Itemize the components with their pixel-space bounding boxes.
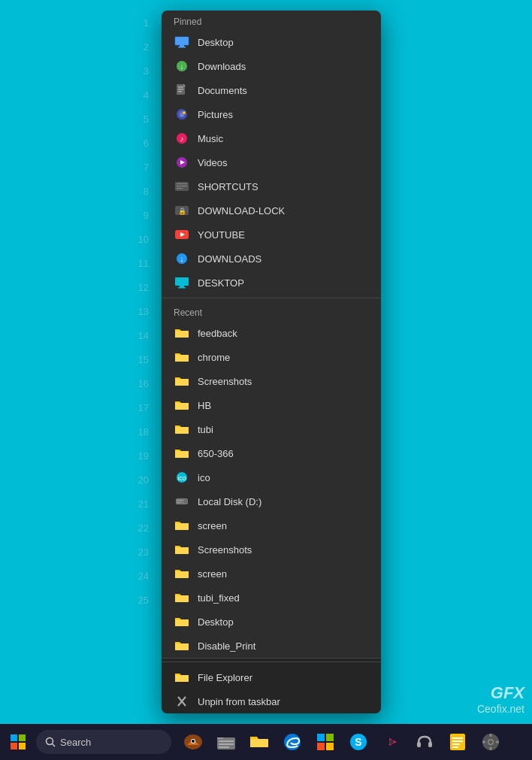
- recent-item-feedback[interactable]: feedback: [162, 321, 381, 345]
- taskbar-icon-custom[interactable]: [177, 726, 209, 758]
- row-15: 15: [0, 347, 158, 371]
- recent-item-screen[interactable]: screen: [162, 513, 381, 537]
- search-bar[interactable]: Search: [36, 730, 171, 754]
- taskbar: Search: [0, 724, 532, 760]
- folder-tubi-icon: [174, 421, 190, 438]
- pinned-downloads-blue-label: DOWNLOADS: [198, 253, 369, 265]
- svg-rect-34: [175, 403, 189, 410]
- recent-screen-label: screen: [198, 520, 369, 531]
- taskbar-notes[interactable]: [442, 726, 473, 758]
- recent-chrome-label: chrome: [198, 352, 369, 363]
- taskbar-store[interactable]: [310, 726, 341, 758]
- folder-screen-icon: [174, 517, 190, 534]
- recent-tubi-label: tubi: [198, 424, 369, 435]
- svg-rect-6: [178, 86, 183, 88]
- context-menu: Pinned Desktop ↓ Downloads: [162, 11, 381, 713]
- svg-text:S: S: [355, 736, 361, 748]
- row-3: 3: [0, 59, 158, 83]
- row-14: 14: [0, 323, 158, 347]
- pinned-videos-label: Videos: [198, 157, 369, 168]
- pinned-item-pictures[interactable]: Pictures: [162, 102, 381, 126]
- svg-point-41: [185, 501, 186, 502]
- taskbar-folder[interactable]: [243, 726, 275, 758]
- recent-screenshots-label: Screenshots: [198, 376, 369, 387]
- watermark-gfx: GFX: [477, 683, 524, 703]
- folder-screenshots-icon: [174, 373, 190, 389]
- recent-item-disable-print[interactable]: Disable_Print: [162, 634, 381, 658]
- pinned-item-desktop[interactable]: Desktop: [162, 30, 381, 54]
- svg-rect-66: [250, 739, 268, 747]
- svg-rect-46: [175, 571, 189, 578]
- taskbar-edge[interactable]: [277, 726, 308, 758]
- svg-point-86: [489, 740, 493, 744]
- file-explorer-item[interactable]: File Explorer: [162, 665, 381, 689]
- svg-rect-78: [428, 742, 432, 747]
- svg-rect-42: [177, 500, 183, 501]
- row-2: 2: [0, 35, 158, 59]
- recent-item-tubi[interactable]: tubi: [162, 417, 381, 441]
- taskbar-icons: S: [177, 726, 529, 758]
- folder-desktop2-icon: [174, 613, 190, 630]
- svg-rect-87: [490, 734, 492, 737]
- download-lock-icon: 🔒: [174, 202, 190, 219]
- recent-item-hb[interactable]: HB: [162, 393, 381, 417]
- taskbar-skype[interactable]: S: [343, 726, 374, 758]
- svg-rect-69: [326, 734, 334, 741]
- bottom-divider: [162, 662, 381, 662]
- row-4: 4: [0, 83, 158, 107]
- pinned-item-download-lock[interactable]: 🔒 DOWNLOAD-LOCK: [162, 198, 381, 223]
- svg-point-76: [389, 740, 394, 744]
- svg-rect-21: [177, 188, 183, 189]
- pinned-item-documents[interactable]: Documents: [162, 78, 381, 102]
- pinned-item-youtube[interactable]: YOUTUBE: [162, 223, 381, 247]
- pinned-item-downloads-blue[interactable]: ↓ DOWNLOADS: [162, 247, 381, 271]
- pinned-music-label: Music: [198, 133, 369, 144]
- start-button[interactable]: [3, 727, 33, 757]
- music-icon: ♪: [174, 130, 190, 147]
- row-22: 22: [0, 516, 158, 540]
- recent-item-localdisk[interactable]: Local Disk (D:): [162, 489, 381, 513]
- svg-rect-81: [452, 740, 463, 742]
- unpin-taskbar-label: Unpin from taskbar: [198, 696, 369, 707]
- recent-item-tubi-fixed[interactable]: tubi_fixed: [162, 586, 381, 610]
- taskbar-settings[interactable]: [475, 726, 506, 758]
- taskbar-media[interactable]: [376, 726, 407, 758]
- row-5: 5: [0, 107, 158, 131]
- unpin-taskbar-item[interactable]: Unpin from taskbar: [162, 689, 381, 713]
- pinned-item-music[interactable]: ♪ Music: [162, 126, 381, 150]
- folder-ico-icon: ico: [174, 469, 190, 486]
- recent-item-chrome[interactable]: chrome: [162, 345, 381, 369]
- pinned-item-desktop-teal[interactable]: DESKTOP: [162, 271, 381, 295]
- downloads-icon: ↓: [174, 58, 190, 74]
- recent-item-650[interactable]: 650-366: [162, 441, 381, 465]
- recent-item-screen2[interactable]: screen: [162, 562, 381, 586]
- svg-text:🔒: 🔒: [178, 207, 187, 216]
- svg-rect-64: [219, 743, 234, 745]
- recent-feedback-label: feedback: [198, 328, 369, 339]
- svg-rect-44: [175, 523, 189, 530]
- svg-rect-77: [417, 742, 421, 747]
- pinned-youtube-label: YOUTUBE: [198, 229, 369, 241]
- taskbar-file-manager[interactable]: [210, 726, 242, 758]
- documents-icon: [174, 82, 190, 98]
- pinned-item-videos[interactable]: Videos: [162, 150, 381, 174]
- svg-rect-7: [178, 89, 183, 90]
- svg-text:ico: ico: [177, 474, 186, 482]
- recent-item-ico[interactable]: ico ico: [162, 465, 381, 489]
- svg-rect-8: [178, 91, 182, 92]
- folder-disable-print-icon: [174, 637, 190, 654]
- svg-rect-90: [496, 741, 499, 743]
- svg-rect-65: [219, 746, 229, 748]
- folder-screen2-icon: [174, 565, 190, 582]
- recent-item-screenshots[interactable]: Screenshots: [162, 369, 381, 393]
- pinned-item-downloads[interactable]: ↓ Downloads: [162, 54, 381, 78]
- svg-text:↓: ↓: [180, 62, 184, 71]
- svg-rect-30: [178, 287, 186, 289]
- recent-item-desktop2[interactable]: Desktop: [162, 610, 381, 634]
- taskbar-headphones[interactable]: [409, 726, 440, 758]
- recent-hb-label: HB: [198, 400, 369, 411]
- recent-item-screenshots2[interactable]: Screenshots: [162, 537, 381, 562]
- pinned-item-shortcuts[interactable]: SHORTCUTS: [162, 174, 381, 198]
- svg-rect-53: [11, 734, 17, 741]
- watermark: GFX Ceofix.net: [477, 683, 524, 715]
